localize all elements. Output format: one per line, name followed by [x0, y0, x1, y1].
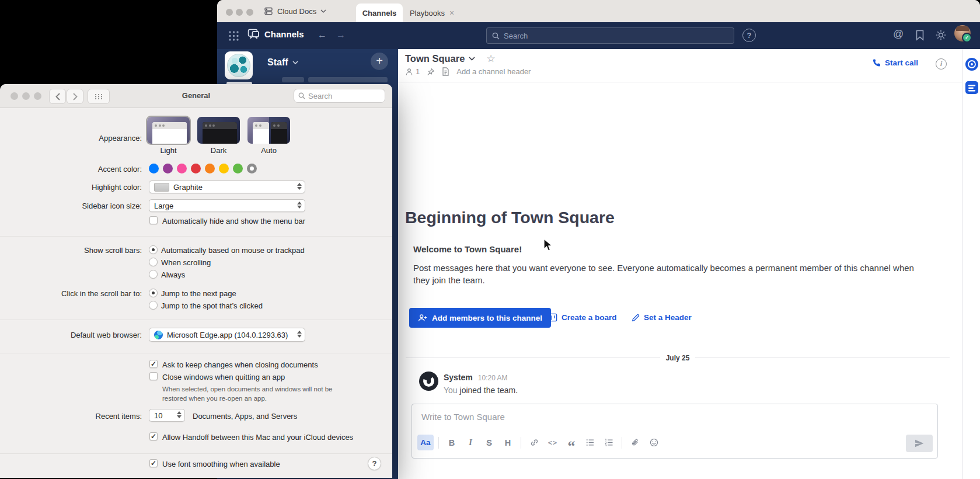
history-back-button[interactable]: ← [318, 30, 327, 40]
appearance-light-option[interactable] [147, 117, 190, 144]
add-channel-button[interactable]: + [371, 53, 388, 70]
server-selector[interactable]: Cloud Docs [264, 5, 326, 18]
heading-button[interactable]: H [500, 435, 516, 450]
settings-gear-icon[interactable] [935, 29, 947, 41]
bold-button[interactable]: B [444, 435, 460, 450]
italic-button[interactable]: I [462, 435, 479, 450]
chevron-down-icon [469, 57, 475, 61]
favorite-star-icon[interactable]: ☆ [486, 53, 495, 65]
paperclip-icon [631, 438, 639, 447]
close-windows-checkbox[interactable]: ✓ [149, 372, 158, 380]
prefs-search-field[interactable]: Search [294, 89, 385, 103]
help-button[interactable]: ? [368, 457, 381, 470]
accent-green[interactable] [233, 164, 243, 173]
bulleted-list-button[interactable] [582, 435, 598, 450]
message-text: You joined the team. [444, 386, 518, 395]
highlight-color-label: Highlight color: [0, 183, 142, 192]
playbooks-bullseye-icon[interactable] [965, 57, 979, 71]
add-channel-header-link[interactable]: Add a channel header [456, 67, 531, 76]
hide-menubar-checkbox[interactable]: ✓ [149, 216, 158, 224]
quote-button[interactable]: “ [563, 431, 580, 454]
add-members-button[interactable]: Add members to this channel [409, 308, 551, 328]
scrollbar-click-label: Click in the scroll bar to: [0, 289, 142, 298]
highlight-color-value: Graphite [173, 183, 203, 192]
graphite-swatch [154, 183, 169, 192]
zoom-window-button[interactable] [246, 9, 253, 16]
minimize-window-button[interactable] [236, 9, 243, 16]
set-header-button[interactable]: Set a Header [632, 313, 692, 322]
channel-name: Town Square [405, 53, 465, 64]
accent-blue[interactable] [149, 164, 159, 173]
toolbar-separator [622, 437, 622, 449]
message-body-text: joined the team. [460, 386, 518, 395]
team-icon[interactable] [225, 51, 253, 79]
boards-icon[interactable] [965, 81, 979, 95]
section-divider [0, 236, 392, 237]
numbered-list-button[interactable] [601, 435, 617, 450]
history-forward-button[interactable]: → [336, 30, 346, 40]
close-windows-label: Close windows when quitting an app [162, 373, 285, 381]
jump-to-spot-radio[interactable] [149, 301, 158, 310]
accent-orange[interactable] [205, 164, 215, 173]
appearance-auto-option[interactable] [247, 117, 290, 144]
user-avatar[interactable]: ✓ [954, 25, 971, 41]
board-icon [549, 313, 557, 322]
sidebar-icon-size-select[interactable]: Large [149, 199, 305, 212]
accent-purple[interactable] [163, 164, 173, 173]
font-smoothing-checkbox[interactable]: ✓ [149, 459, 158, 467]
product-switcher[interactable]: Channels [247, 29, 304, 40]
saved-posts-bookmark-icon[interactable] [915, 30, 925, 41]
handoff-checkbox[interactable]: ✓ [149, 432, 158, 440]
search-box[interactable]: Search [486, 27, 734, 44]
create-board-button[interactable]: Create a board [549, 313, 617, 322]
show-scroll-bars-label: Show scroll bars: [0, 246, 142, 255]
code-button[interactable]: <> [545, 435, 561, 450]
members-button[interactable]: 1 [405, 67, 420, 76]
close-window-button[interactable] [226, 9, 233, 16]
accent-pink[interactable] [177, 164, 187, 173]
font-smoothing-label: Use font smoothing when available [162, 460, 280, 468]
accent-red[interactable] [191, 164, 201, 173]
pencil-icon [632, 314, 640, 322]
person-plus-icon [418, 313, 427, 322]
mentions-at-icon[interactable]: @ [893, 28, 904, 40]
send-button[interactable] [906, 435, 933, 452]
attachment-button[interactable] [627, 435, 643, 450]
recent-items-stepper[interactable]: 10 [149, 409, 185, 422]
date-divider[interactable]: July 25 [406, 353, 950, 363]
scrollbars-auto-radio[interactable] [149, 245, 158, 254]
accent-yellow[interactable] [219, 164, 229, 173]
strikethrough-button[interactable]: S [481, 435, 497, 450]
channel-menu[interactable]: Town Square ☆ [405, 53, 496, 65]
tab-channels[interactable]: Channels [356, 4, 403, 22]
scrollbars-when-scrolling-radio[interactable] [149, 258, 158, 266]
team-menu[interactable]: Staff [267, 57, 298, 68]
tab-playbooks[interactable]: Playbooks × [405, 4, 459, 22]
help-icon[interactable]: ? [742, 29, 756, 42]
format-button[interactable]: Aa [417, 435, 434, 450]
system-preferences-window: General Search Appearance: Light Dark Au… [0, 84, 392, 478]
scrollbars-always-radio[interactable] [149, 270, 158, 279]
close-tab-icon[interactable]: × [449, 8, 454, 18]
appearance-dark-option[interactable] [197, 117, 240, 144]
toolbar-separator [521, 437, 521, 449]
apps-grid-icon[interactable] [228, 30, 239, 41]
start-call-button[interactable]: Start call [872, 58, 918, 67]
sidebar-search-sliver [308, 77, 388, 82]
emoji-button[interactable] [646, 435, 662, 450]
file-icon[interactable] [442, 67, 449, 76]
channel-info-icon[interactable]: i [936, 58, 947, 70]
appearance-label: Appearance: [0, 134, 142, 143]
pin-icon[interactable] [427, 68, 435, 76]
message-composer[interactable]: Write to Town Square Aa B I S H <> “ [411, 404, 938, 459]
default-browser-select[interactable]: Microsoft Edge.app (104.0.1293.63) [149, 328, 305, 342]
accent-graphite-selected[interactable] [247, 164, 257, 173]
jump-next-page-radio[interactable] [149, 289, 158, 297]
highlight-color-select[interactable]: Graphite [149, 181, 305, 193]
ask-keep-changes-checkbox[interactable]: ✓ [149, 360, 158, 368]
channel-meta-row: 1 Add a channel header [405, 67, 531, 76]
scrollbars-always-label: Always [161, 270, 185, 279]
close-windows-note: When selected, open documents and window… [162, 384, 355, 403]
default-browser-label: Default web browser: [0, 331, 142, 339]
link-button[interactable] [526, 435, 542, 450]
